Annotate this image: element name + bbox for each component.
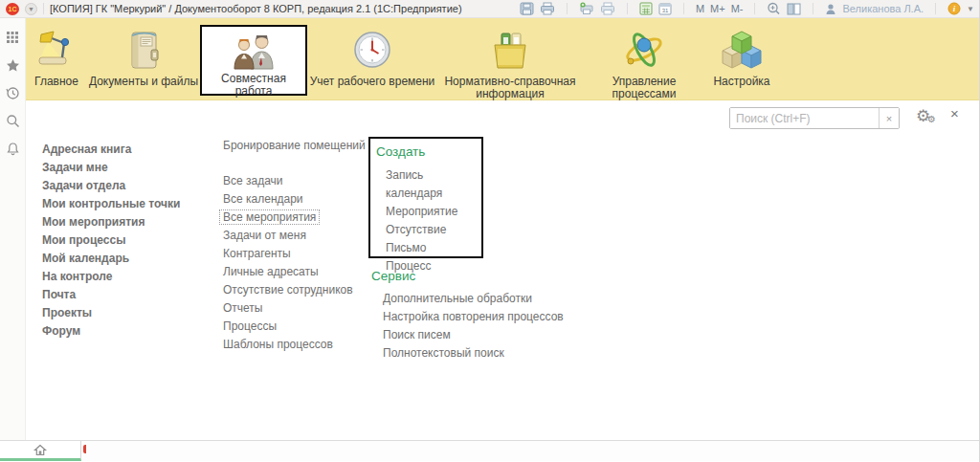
bottom-tab-bar (0, 440, 980, 461)
ribbon-tab-label: Настройка (713, 76, 769, 88)
link-lichnye-adresaty[interactable]: Личные адресаты (223, 265, 319, 278)
list-item: Поиск писем (383, 326, 564, 344)
link-otchety[interactable]: Отчеты (223, 301, 262, 315)
save-icon[interactable] (520, 2, 534, 16)
link-vse-zadachi[interactable]: Все задачи (223, 174, 283, 187)
link-moi-kontrolnye-tochki[interactable]: Мои контрольные точки (42, 197, 180, 210)
link-forum[interactable]: Форум (42, 324, 80, 338)
link-zadachi-otdela[interactable]: Задачи отдела (42, 179, 125, 192)
1c-logo-icon: 1С (6, 3, 19, 15)
split-window-icon[interactable] (787, 2, 801, 16)
notifications-bell-icon[interactable] (5, 141, 20, 156)
list-item: Письмо (386, 239, 481, 257)
info-icon[interactable]: i (947, 2, 961, 16)
ribbon-tab-normativno-spravochnaya[interactable]: Нормативно-справочная информация (437, 18, 583, 100)
link-moi-processy[interactable]: Мои процессы (42, 233, 125, 247)
list-item: Процессы (223, 318, 366, 336)
link-zapis-kalendarya[interactable]: Запись календаря (386, 168, 442, 200)
list-item: Задачи отдела (42, 177, 180, 195)
ribbon-tab-nastrojka[interactable]: Настройка (705, 18, 778, 100)
link-vse-meropriyatiya-focused[interactable]: Все мероприятия (219, 209, 320, 225)
link-polnotekstovyj-poisk[interactable]: Полнотекстовый поиск (383, 346, 504, 360)
list-item: Шаблоны процессов (223, 336, 366, 354)
zoom-icon[interactable] (767, 2, 781, 16)
ribbon-tab-dokumenty-i-fajly[interactable]: Документы и файлы (87, 18, 200, 100)
search-clear-icon[interactable]: × (879, 108, 899, 128)
search-input[interactable] (730, 108, 879, 128)
list-item: Отчеты (223, 299, 366, 318)
calculator-icon[interactable] (639, 2, 653, 16)
link-bronirovanie-pomeshchenij[interactable]: Бронирование помещений (223, 139, 366, 152)
link-vse-kalendari[interactable]: Все календари (223, 192, 303, 206)
link-zadachi-mne[interactable]: Задачи мне (42, 161, 108, 174)
toolbar-divider (567, 3, 568, 14)
list-item: Запись календаря (386, 166, 481, 203)
link-adresnaya-kniga[interactable]: Адресная книга (42, 143, 131, 156)
home-tab[interactable] (0, 441, 81, 461)
scale-m-minus-button[interactable]: M- (731, 2, 744, 16)
create-section-header: Создать (376, 144, 481, 160)
link-na-kontrole[interactable]: На контроле (42, 270, 112, 283)
close-panel-icon[interactable]: × (950, 105, 959, 121)
link-moi-meropriyatiya[interactable]: Мои мероприятия (42, 215, 145, 229)
cubes-icon (721, 27, 763, 73)
ribbon-tab-label: Совместная работа (202, 73, 305, 98)
settings-gear-icon[interactable]: ⚙⚙ (916, 108, 939, 127)
link-pismo[interactable]: Письмо (386, 241, 427, 254)
list-item: Контрагенты (223, 245, 366, 263)
link-processy[interactable]: Процессы (223, 319, 277, 333)
link-dopolnitelnye-obrabotki[interactable]: Дополнительные обработки (383, 292, 532, 305)
link-pochta[interactable]: Почта (42, 288, 76, 301)
link-moj-kalendar[interactable]: Мой календарь (42, 252, 129, 265)
toolbar-divider (43, 3, 44, 14)
history-icon[interactable] (5, 85, 20, 100)
list-item: Мои контрольные точки (42, 195, 180, 213)
ribbon-tab-upravlenie-processami[interactable]: Управление процессами (583, 18, 705, 100)
link-otsutstvie-sotrudnikov[interactable]: Отсутствие сотрудников (223, 283, 353, 297)
link-nastrojka-povtoreniya-processov[interactable]: Настройка повторения процессов (383, 310, 564, 323)
print-direct-icon[interactable] (579, 2, 594, 16)
ribbon-tab-label: Учет рабочего времени (310, 76, 435, 88)
calendar-icon[interactable]: 31 (658, 2, 672, 16)
service-links: Дополнительные обработки Настройка повто… (383, 290, 564, 363)
home-icon (33, 444, 47, 456)
window-title: [КОПИЯ] ГК "Меркурий" / Документооборот … (50, 3, 462, 14)
list-item: Задачи мне (42, 159, 180, 177)
link-poisk-pisem[interactable]: Поиск писем (383, 328, 451, 341)
create-section-highlight: Создать Запись календаря Мероприятие Отс… (368, 137, 483, 258)
ribbon-tab-sovmestnaya-rabota-active[interactable]: Совместная работа (200, 25, 307, 96)
toolbar-divider (683, 3, 684, 14)
svg-text:31: 31 (662, 8, 669, 13)
scale-m-plus-button[interactable]: M+ (710, 2, 725, 16)
chevron-down-icon[interactable]: ▼ (967, 5, 974, 13)
current-user-name[interactable]: Великанова Л.А. (842, 3, 924, 14)
print-preview-icon[interactable] (600, 2, 615, 16)
list-item: Форум (42, 322, 180, 341)
content-area: × ⚙⚙ × Адресная книга Задачи мне Задачи … (26, 100, 980, 440)
list-item: Бронирование помещений (223, 137, 366, 155)
menu-grid-icon[interactable] (5, 30, 20, 45)
clock-icon (350, 27, 394, 73)
link-meropriyatie[interactable]: Мероприятие (386, 205, 457, 218)
ribbon-tab-glavnoe[interactable]: Главное (26, 18, 87, 100)
ribbon-tab-uchet-rabochego-vremeni[interactable]: Учет рабочего времени (307, 18, 437, 100)
title-bar: 1С ▼ [КОПИЯ] ГК "Меркурий" / Документооб… (0, 0, 980, 18)
list-item: Адресная книга (42, 141, 180, 159)
desk-lamp-icon (35, 27, 78, 73)
list-item: Личные адресаты (223, 263, 366, 281)
list-item: Мои процессы (42, 231, 180, 250)
link-kontragenty[interactable]: Контрагенты (223, 247, 291, 260)
scale-m-button[interactable]: M (696, 2, 704, 16)
window-menu-dropdown-icon[interactable]: ▼ (25, 3, 37, 15)
favorites-star-icon[interactable] (5, 57, 20, 73)
personal-links-column: Адресная книга Задачи мне Задачи отдела … (42, 141, 180, 341)
link-shablony-processov[interactable]: Шаблоны процессов (223, 338, 333, 351)
partial-tab-icon (83, 445, 86, 453)
link-zadachi-ot-menya[interactable]: Задачи от меня (223, 229, 306, 242)
search-icon[interactable] (5, 113, 20, 128)
link-proekty[interactable]: Проекты (42, 306, 92, 319)
list-item: Все мероприятия (223, 209, 366, 227)
link-otsutstvie[interactable]: Отсутствие (386, 223, 446, 236)
list-item: Все календари (223, 190, 366, 209)
print-icon[interactable] (540, 2, 555, 16)
